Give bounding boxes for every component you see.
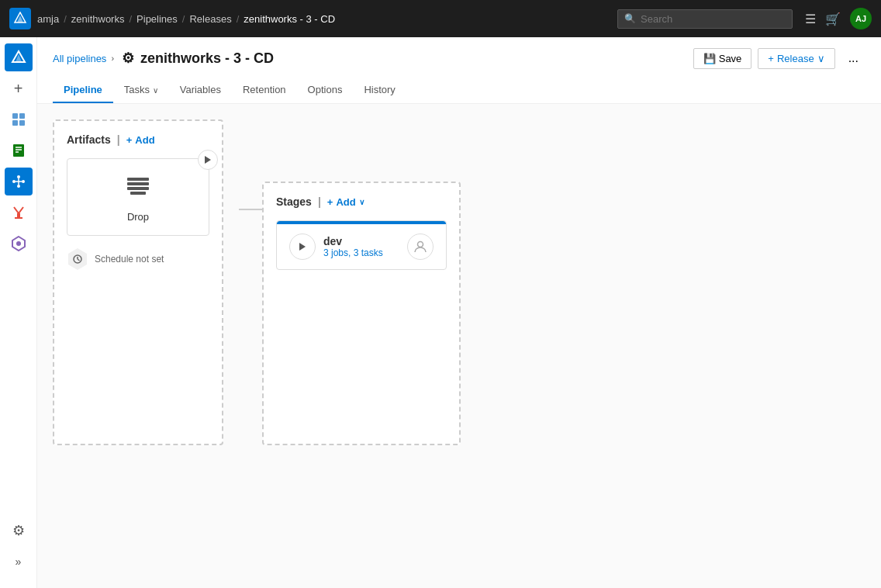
stage-card-body: dev 3 jobs, 3 tasks bbox=[277, 224, 446, 269]
breadcrumb-current: zenithworks - 3 - CD bbox=[244, 13, 335, 25]
breadcrumb-amja[interactable]: amja bbox=[37, 13, 59, 25]
svg-point-12 bbox=[22, 180, 25, 183]
add-label: Add bbox=[135, 134, 154, 146]
topbar: amja / zenithworks / Pipelines / Release… bbox=[0, 0, 881, 37]
sidebar-item-boards[interactable] bbox=[5, 105, 33, 133]
breadcrumb-releases[interactable]: Releases bbox=[189, 13, 231, 25]
canvas: Artifacts | + Add bbox=[37, 104, 881, 588]
stage-card[interactable]: dev 3 jobs, 3 tasks bbox=[276, 220, 447, 270]
artifacts-header: Artifacts | + Add bbox=[67, 133, 209, 146]
add-icon: + bbox=[126, 134, 133, 146]
svg-marker-20 bbox=[205, 156, 211, 164]
notification-icon[interactable]: 🛒 bbox=[825, 12, 841, 26]
artifacts-sep: | bbox=[117, 133, 120, 146]
save-label: Save bbox=[719, 53, 742, 64]
page-header: All pipelines › ⚙ zenithworks - 3 - CD 💾… bbox=[37, 37, 881, 104]
tab-history[interactable]: History bbox=[353, 78, 406, 103]
pipeline-canvas: Artifacts | + Add bbox=[53, 119, 865, 445]
pipeline-name: zenithworks - 3 - CD bbox=[140, 50, 274, 67]
artifacts-title: Artifacts bbox=[67, 133, 111, 146]
release-label: Release bbox=[777, 53, 814, 64]
artifact-name: Drop bbox=[127, 211, 149, 223]
svg-rect-22 bbox=[127, 182, 149, 185]
all-pipelines-link[interactable]: All pipelines bbox=[53, 53, 106, 64]
search-input[interactable] bbox=[641, 13, 786, 25]
svg-point-11 bbox=[17, 175, 20, 178]
stage-meta[interactable]: 3 jobs, 3 tasks bbox=[323, 247, 399, 258]
tab-tasks[interactable]: Tasks ∨ bbox=[113, 78, 169, 103]
artifact-trigger-icon[interactable] bbox=[198, 150, 218, 170]
tabs: Pipeline Tasks ∨ Variables Retention Opt… bbox=[53, 78, 865, 103]
stage-person-circle[interactable] bbox=[407, 233, 434, 260]
schedule-label: Schedule not set bbox=[95, 254, 164, 265]
page-header-top: All pipelines › ⚙ zenithworks - 3 - CD 💾… bbox=[53, 47, 865, 70]
stages-add-button[interactable]: + Add ∨ bbox=[327, 196, 364, 208]
svg-rect-24 bbox=[130, 192, 146, 195]
release-chevron-icon: ∨ bbox=[817, 53, 825, 64]
svg-point-19 bbox=[16, 241, 21, 246]
header-actions: 💾 Save + Release ∨ ... bbox=[693, 47, 865, 70]
svg-point-10 bbox=[12, 180, 16, 183]
canvas-stages-area: Stages | + Add ∨ bbox=[239, 119, 461, 445]
tab-variables[interactable]: Variables bbox=[169, 78, 232, 103]
svg-line-27 bbox=[78, 259, 80, 261]
sidebar-item-repos[interactable] bbox=[5, 137, 33, 164]
stages-header: Stages | + Add ∨ bbox=[276, 195, 447, 208]
pipeline-title: ⚙ zenithworks - 3 - CD bbox=[122, 50, 274, 67]
tab-pipeline[interactable]: Pipeline bbox=[53, 78, 113, 103]
azure-logo[interactable] bbox=[9, 8, 31, 29]
sidebar-item-testplans[interactable] bbox=[5, 199, 33, 227]
release-button[interactable]: + Release ∨ bbox=[758, 48, 834, 69]
stages-title: Stages bbox=[276, 195, 312, 208]
artifact-drop-icon bbox=[124, 171, 152, 205]
svg-point-29 bbox=[418, 242, 423, 247]
user-avatar[interactable]: AJ bbox=[850, 8, 872, 29]
list-icon[interactable]: ☰ bbox=[805, 12, 816, 26]
app-layout: + bbox=[0, 37, 881, 588]
svg-rect-4 bbox=[12, 120, 18, 126]
sidebar-item-azure[interactable] bbox=[5, 43, 33, 71]
pipeline-title-icon: ⚙ bbox=[122, 50, 134, 67]
search-box[interactable]: 🔍 bbox=[617, 9, 793, 29]
sidebar-bottom: ⚙ » bbox=[5, 517, 33, 582]
artifacts-add-button[interactable]: + Add bbox=[126, 134, 155, 146]
sidebar-left: + bbox=[0, 37, 37, 588]
stages-add-chevron: ∨ bbox=[359, 198, 364, 206]
svg-rect-5 bbox=[19, 120, 25, 126]
svg-rect-23 bbox=[127, 187, 149, 190]
stage-info: dev 3 jobs, 3 tasks bbox=[323, 235, 399, 258]
search-icon: 🔍 bbox=[624, 13, 636, 24]
stage-card-dev[interactable]: dev 3 jobs, 3 tasks bbox=[276, 220, 447, 270]
stages-add-icon: + bbox=[327, 196, 333, 208]
breadcrumb-zenithworks[interactable]: zenithworks bbox=[71, 13, 125, 25]
sidebar-item-pipelines[interactable] bbox=[5, 168, 33, 195]
artifacts-box: Artifacts | + Add bbox=[53, 119, 223, 445]
sidebar-item-artifacts[interactable] bbox=[5, 230, 33, 258]
svg-point-13 bbox=[17, 185, 20, 188]
save-button[interactable]: 💾 Save bbox=[693, 48, 752, 69]
schedule-hex-icon bbox=[67, 248, 88, 270]
connector-line bbox=[239, 209, 262, 210]
more-button[interactable]: ... bbox=[841, 47, 865, 70]
topbar-icons: ☰ 🛒 AJ bbox=[805, 8, 872, 29]
artifact-card[interactable]: Drop bbox=[67, 158, 209, 236]
tab-retention[interactable]: Retention bbox=[232, 78, 297, 103]
svg-rect-3 bbox=[19, 113, 25, 119]
release-plus-icon: + bbox=[768, 53, 774, 64]
svg-rect-6 bbox=[13, 144, 24, 157]
breadcrumb-pipelines[interactable]: Pipelines bbox=[136, 13, 178, 25]
save-icon: 💾 bbox=[703, 53, 716, 64]
settings-icon[interactable]: ⚙ bbox=[5, 517, 33, 545]
schedule-item[interactable]: Schedule not set bbox=[67, 248, 209, 270]
sidebar-item-create[interactable]: + bbox=[5, 74, 33, 102]
collapse-icon[interactable]: » bbox=[5, 548, 33, 576]
tab-options[interactable]: Options bbox=[297, 78, 354, 103]
tasks-chevron-icon: ∨ bbox=[153, 86, 158, 95]
svg-rect-21 bbox=[127, 178, 149, 181]
stage-trigger-circle[interactable] bbox=[289, 233, 316, 260]
stages-sep: | bbox=[318, 195, 321, 208]
breadcrumb: amja / zenithworks / Pipelines / Release… bbox=[37, 13, 335, 25]
main-content: All pipelines › ⚙ zenithworks - 3 - CD 💾… bbox=[37, 37, 881, 588]
stages-add-label: Add bbox=[336, 196, 355, 208]
svg-rect-2 bbox=[12, 113, 18, 119]
